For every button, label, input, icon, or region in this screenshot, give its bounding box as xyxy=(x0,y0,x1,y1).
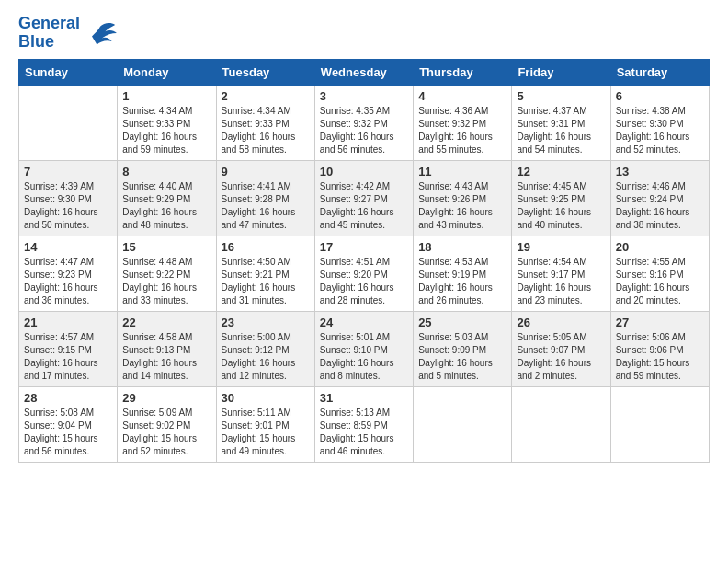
day-number: 20 xyxy=(616,240,704,254)
calendar-cell: 31Sunrise: 5:13 AM Sunset: 8:59 PM Dayli… xyxy=(314,386,413,462)
day-number: 24 xyxy=(320,316,408,329)
calendar-week-row: 1Sunrise: 4:34 AM Sunset: 9:33 PM Daylig… xyxy=(19,85,710,160)
calendar-cell: 3Sunrise: 4:35 AM Sunset: 9:32 PM Daylig… xyxy=(314,85,413,160)
calendar-cell: 2Sunrise: 4:34 AM Sunset: 9:33 PM Daylig… xyxy=(216,85,314,160)
calendar-week-row: 14Sunrise: 4:47 AM Sunset: 9:23 PM Dayli… xyxy=(19,236,710,311)
day-info: Sunrise: 4:50 AM Sunset: 9:21 PM Dayligh… xyxy=(222,256,310,307)
calendar-cell: 10Sunrise: 4:42 AM Sunset: 9:27 PM Dayli… xyxy=(314,160,413,236)
day-info: Sunrise: 5:06 AM Sunset: 9:06 PM Dayligh… xyxy=(616,331,704,383)
calendar-cell xyxy=(610,386,709,462)
calendar-cell: 19Sunrise: 4:54 AM Sunset: 9:17 PM Dayli… xyxy=(512,236,610,311)
calendar-cell: 25Sunrise: 5:03 AM Sunset: 9:09 PM Dayli… xyxy=(414,311,512,386)
header: GeneralBlue xyxy=(18,15,710,52)
calendar-cell xyxy=(414,386,512,462)
column-header-tuesday: Tuesday xyxy=(216,59,314,85)
day-info: Sunrise: 4:36 AM Sunset: 9:32 PM Dayligh… xyxy=(418,105,506,156)
day-info: Sunrise: 5:08 AM Sunset: 9:04 PM Dayligh… xyxy=(24,407,112,458)
calendar-cell: 18Sunrise: 4:53 AM Sunset: 9:19 PM Dayli… xyxy=(414,236,512,311)
day-info: Sunrise: 4:34 AM Sunset: 9:33 PM Dayligh… xyxy=(222,105,310,156)
calendar-cell xyxy=(512,386,610,462)
day-info: Sunrise: 4:38 AM Sunset: 9:30 PM Dayligh… xyxy=(616,105,704,156)
day-number: 8 xyxy=(122,165,210,178)
day-info: Sunrise: 4:48 AM Sunset: 9:22 PM Dayligh… xyxy=(122,256,210,307)
day-number: 30 xyxy=(222,391,310,405)
calendar-cell: 7Sunrise: 4:39 AM Sunset: 9:30 PM Daylig… xyxy=(19,160,118,236)
calendar-cell: 22Sunrise: 4:58 AM Sunset: 9:13 PM Dayli… xyxy=(118,311,216,386)
day-info: Sunrise: 4:46 AM Sunset: 9:24 PM Dayligh… xyxy=(616,180,704,232)
calendar-cell: 1Sunrise: 4:34 AM Sunset: 9:33 PM Daylig… xyxy=(118,85,216,160)
day-number: 1 xyxy=(122,89,210,103)
day-number: 11 xyxy=(418,165,506,178)
day-info: Sunrise: 4:41 AM Sunset: 9:28 PM Dayligh… xyxy=(222,180,310,232)
day-info: Sunrise: 4:51 AM Sunset: 9:20 PM Dayligh… xyxy=(320,256,408,307)
calendar-cell: 11Sunrise: 4:43 AM Sunset: 9:26 PM Dayli… xyxy=(414,160,512,236)
day-number: 17 xyxy=(320,240,408,254)
day-info: Sunrise: 4:40 AM Sunset: 9:29 PM Dayligh… xyxy=(122,180,210,232)
day-info: Sunrise: 4:53 AM Sunset: 9:19 PM Dayligh… xyxy=(418,256,506,307)
day-number: 18 xyxy=(418,240,506,254)
day-number: 12 xyxy=(517,165,605,178)
day-number: 10 xyxy=(320,165,408,178)
day-number: 19 xyxy=(517,240,605,254)
calendar-cell: 24Sunrise: 5:01 AM Sunset: 9:10 PM Dayli… xyxy=(314,311,413,386)
calendar-cell: 26Sunrise: 5:05 AM Sunset: 9:07 PM Dayli… xyxy=(512,311,610,386)
day-info: Sunrise: 4:54 AM Sunset: 9:17 PM Dayligh… xyxy=(517,256,605,307)
day-info: Sunrise: 4:43 AM Sunset: 9:26 PM Dayligh… xyxy=(418,180,506,232)
day-number: 29 xyxy=(122,391,210,405)
calendar-table: SundayMondayTuesdayWednesdayThursdayFrid… xyxy=(18,59,710,463)
calendar-cell: 28Sunrise: 5:08 AM Sunset: 9:04 PM Dayli… xyxy=(19,386,118,462)
day-info: Sunrise: 5:03 AM Sunset: 9:09 PM Dayligh… xyxy=(418,331,506,383)
day-info: Sunrise: 5:09 AM Sunset: 9:02 PM Dayligh… xyxy=(122,407,210,458)
day-number: 22 xyxy=(122,316,210,329)
day-number: 3 xyxy=(320,89,408,103)
calendar-cell: 9Sunrise: 4:41 AM Sunset: 9:28 PM Daylig… xyxy=(216,160,314,236)
day-info: Sunrise: 4:47 AM Sunset: 9:23 PM Dayligh… xyxy=(24,256,112,307)
calendar-cell: 13Sunrise: 4:46 AM Sunset: 9:24 PM Dayli… xyxy=(610,160,709,236)
calendar-cell: 16Sunrise: 4:50 AM Sunset: 9:21 PM Dayli… xyxy=(216,236,314,311)
calendar-week-row: 28Sunrise: 5:08 AM Sunset: 9:04 PM Dayli… xyxy=(19,386,710,462)
day-number: 13 xyxy=(616,165,704,178)
day-number: 28 xyxy=(24,391,112,405)
day-info: Sunrise: 5:00 AM Sunset: 9:12 PM Dayligh… xyxy=(222,331,310,383)
day-info: Sunrise: 4:35 AM Sunset: 9:32 PM Dayligh… xyxy=(320,105,408,156)
calendar-cell: 8Sunrise: 4:40 AM Sunset: 9:29 PM Daylig… xyxy=(118,160,216,236)
column-header-saturday: Saturday xyxy=(610,59,709,85)
day-number: 31 xyxy=(320,391,408,405)
day-info: Sunrise: 4:34 AM Sunset: 9:33 PM Dayligh… xyxy=(122,105,210,156)
calendar-cell: 17Sunrise: 4:51 AM Sunset: 9:20 PM Dayli… xyxy=(314,236,413,311)
calendar-cell xyxy=(19,85,118,160)
day-number: 16 xyxy=(222,240,310,254)
day-number: 21 xyxy=(24,316,112,329)
day-info: Sunrise: 4:45 AM Sunset: 9:25 PM Dayligh… xyxy=(517,180,605,232)
day-info: Sunrise: 4:39 AM Sunset: 9:30 PM Dayligh… xyxy=(24,180,112,232)
logo: GeneralBlue xyxy=(18,15,117,52)
day-info: Sunrise: 5:01 AM Sunset: 9:10 PM Dayligh… xyxy=(320,331,408,383)
calendar-week-row: 21Sunrise: 4:57 AM Sunset: 9:15 PM Dayli… xyxy=(19,311,710,386)
column-header-wednesday: Wednesday xyxy=(314,59,413,85)
day-number: 23 xyxy=(222,316,310,329)
logo-text: GeneralBlue xyxy=(18,15,80,52)
calendar-week-row: 7Sunrise: 4:39 AM Sunset: 9:30 PM Daylig… xyxy=(19,160,710,236)
calendar-cell: 4Sunrise: 4:36 AM Sunset: 9:32 PM Daylig… xyxy=(414,85,512,160)
day-info: Sunrise: 4:57 AM Sunset: 9:15 PM Dayligh… xyxy=(24,331,112,383)
calendar-cell: 21Sunrise: 4:57 AM Sunset: 9:15 PM Dayli… xyxy=(19,311,118,386)
day-number: 27 xyxy=(616,316,704,329)
day-number: 2 xyxy=(222,89,310,103)
column-header-thursday: Thursday xyxy=(414,59,512,85)
calendar-cell: 14Sunrise: 4:47 AM Sunset: 9:23 PM Dayli… xyxy=(19,236,118,311)
calendar-cell: 23Sunrise: 5:00 AM Sunset: 9:12 PM Dayli… xyxy=(216,311,314,386)
day-number: 26 xyxy=(517,316,605,329)
day-number: 4 xyxy=(418,89,506,103)
calendar-cell: 29Sunrise: 5:09 AM Sunset: 9:02 PM Dayli… xyxy=(118,386,216,462)
day-number: 7 xyxy=(24,165,112,178)
day-info: Sunrise: 5:11 AM Sunset: 9:01 PM Dayligh… xyxy=(222,407,310,458)
day-number: 15 xyxy=(122,240,210,254)
calendar-cell: 27Sunrise: 5:06 AM Sunset: 9:06 PM Dayli… xyxy=(610,311,709,386)
day-info: Sunrise: 4:42 AM Sunset: 9:27 PM Dayligh… xyxy=(320,180,408,232)
column-header-sunday: Sunday xyxy=(19,59,118,85)
day-number: 14 xyxy=(24,240,112,254)
calendar-cell: 12Sunrise: 4:45 AM Sunset: 9:25 PM Dayli… xyxy=(512,160,610,236)
calendar-cell: 15Sunrise: 4:48 AM Sunset: 9:22 PM Dayli… xyxy=(118,236,216,311)
logo-icon xyxy=(84,19,117,47)
day-info: Sunrise: 4:37 AM Sunset: 9:31 PM Dayligh… xyxy=(517,105,605,156)
